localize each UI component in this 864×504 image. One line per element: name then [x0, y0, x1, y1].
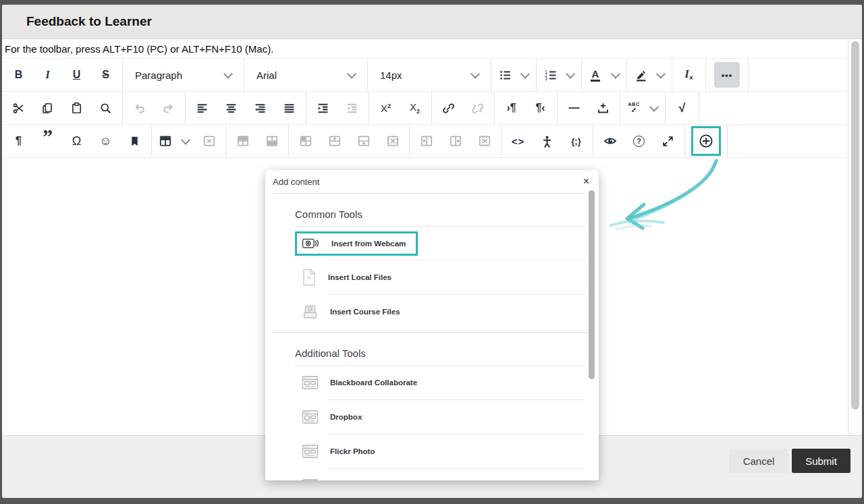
code-sample-button[interactable]: {;} [562, 125, 591, 157]
text-color-menu-button[interactable] [607, 59, 624, 91]
anchor-button[interactable] [120, 125, 149, 157]
dialog-item-insert-course-files[interactable]: Insert Course Files [295, 295, 585, 329]
bold-button[interactable]: B [4, 59, 33, 91]
clear-formatting-button[interactable]: I× [674, 59, 703, 91]
blockquote-button[interactable]: ” [33, 125, 62, 157]
undo-icon [133, 102, 146, 115]
page-scrollbar-track[interactable] [848, 39, 862, 435]
page-scrollbar-thumb[interactable] [851, 41, 859, 410]
indent-button[interactable] [308, 92, 338, 124]
emoticons-button[interactable]: ☺ [91, 125, 120, 157]
dialog-item-slideshare-presentation[interactable]: SlideShare Presentation [295, 469, 585, 480]
font-family-select[interactable]: Arial [246, 59, 365, 91]
show-paragraph-marks-button[interactable]: ¶ [4, 125, 33, 157]
insert-table-menu-button[interactable] [177, 125, 194, 157]
source-code-button[interactable]: <> [504, 125, 533, 157]
page-break-icon [597, 102, 610, 115]
align-left-button[interactable] [188, 92, 217, 124]
paragraph-style-select[interactable]: Paragraph [125, 59, 242, 91]
insert-link-button[interactable] [434, 92, 463, 124]
table-row-properties-button[interactable] [228, 125, 257, 157]
table-cell-properties-button[interactable] [257, 125, 286, 157]
merge-cells-button[interactable] [291, 125, 320, 157]
ltr-icon: ›¶ [506, 102, 516, 114]
cut-button[interactable] [4, 92, 33, 124]
dialog-item-insert-from-webcam[interactable]: Insert from Webcam [295, 231, 418, 256]
table-cell-properties-icon [265, 134, 279, 148]
insert-column-before-button[interactable] [412, 125, 441, 157]
course-files-icon [302, 304, 319, 320]
delete-row-button[interactable] [378, 125, 407, 157]
text-color-button[interactable]: A [584, 59, 607, 91]
ellipsis-icon: ••• [722, 70, 733, 80]
help-button[interactable]: ? [624, 125, 653, 157]
dialog-scrollbar-thumb[interactable] [589, 190, 595, 379]
subscript-button[interactable]: X2 [400, 92, 429, 124]
chevron-down-icon [347, 69, 356, 79]
align-center-button[interactable] [217, 92, 246, 124]
eye-icon [603, 134, 617, 148]
add-content-button[interactable] [691, 126, 721, 156]
right-to-left-button[interactable]: ¶‹ [526, 92, 555, 124]
underline-button[interactable]: U [62, 59, 91, 91]
insert-row-below-button[interactable] [349, 125, 378, 157]
fullscreen-button[interactable] [653, 125, 682, 157]
superscript-button[interactable]: X2 [371, 92, 400, 124]
chevron-down-icon [656, 69, 666, 79]
insert-table-button[interactable] [154, 125, 177, 157]
math-editor-button[interactable]: √ [668, 92, 697, 124]
insert-column-after-button[interactable] [441, 125, 470, 157]
fullscreen-icon [662, 135, 674, 148]
insert-row-above-button[interactable] [320, 125, 349, 157]
bullet-list-button[interactable] [493, 59, 516, 91]
page-break-button[interactable] [589, 92, 618, 124]
dialog-item-flickr-photo[interactable]: Flickr Photo [295, 435, 585, 468]
font-size-value: 14px [380, 69, 402, 81]
cancel-button[interactable]: Cancel [729, 449, 788, 473]
redo-button[interactable] [154, 92, 183, 124]
numbered-list-menu-button[interactable] [562, 59, 579, 91]
find-replace-button[interactable] [91, 92, 120, 124]
superscript-icon: X2 [381, 103, 391, 114]
numbered-list-icon: 123 [544, 69, 557, 82]
close-icon[interactable]: × [583, 176, 589, 187]
accessibility-checker-button[interactable] [533, 125, 562, 157]
strikethrough-button[interactable]: S [91, 59, 120, 91]
dialog-item-insert-local-files[interactable]: Insert Local Files [295, 260, 585, 294]
special-character-button[interactable]: Ω [62, 125, 91, 157]
strikethrough-icon: S [102, 69, 109, 81]
left-to-right-button[interactable]: ›¶ [497, 92, 526, 124]
chevron-down-icon [649, 103, 659, 112]
spellcheck-menu-button[interactable] [645, 92, 663, 124]
toolbar-row-2: X2 X2 ›¶ ¶‹ — [2, 92, 848, 125]
dialog-item-dropbox[interactable]: Dropbox [295, 400, 585, 434]
spellcheck-button[interactable]: ABC✓ [622, 92, 645, 124]
delete-column-button[interactable] [470, 125, 499, 157]
font-size-select[interactable]: 14px [370, 59, 489, 91]
highlight-color-button[interactable] [629, 59, 652, 91]
remove-link-button[interactable] [463, 92, 492, 124]
copy-button[interactable] [33, 92, 62, 124]
outdent-button[interactable] [338, 92, 367, 124]
bullet-list-menu-button[interactable] [516, 59, 534, 91]
title-bar: Feedback to Learner [2, 5, 862, 39]
align-right-button[interactable] [246, 92, 275, 124]
web-app-icon [302, 375, 319, 390]
numbered-list-button[interactable]: 123 [539, 59, 562, 91]
undo-button[interactable] [125, 92, 154, 124]
svg-text:3: 3 [545, 76, 547, 80]
align-justify-button[interactable] [275, 92, 304, 124]
toolbar-row-1: B I U S Paragraph Arial 14px [2, 59, 848, 92]
submit-button[interactable]: Submit [792, 449, 850, 473]
highlight-color-menu-button[interactable] [652, 59, 670, 91]
preview-button[interactable] [595, 125, 624, 157]
horizontal-rule-button[interactable]: — [560, 92, 589, 124]
table-row-properties-icon [236, 134, 250, 148]
dialog-item-blackboard-collaborate[interactable]: Blackboard Collaborate [295, 366, 585, 399]
clear-formatting-icon: I× [684, 67, 693, 82]
more-toolbar-options-button[interactable]: ••• [714, 62, 740, 88]
add-content-plus-icon [697, 132, 715, 150]
italic-button[interactable]: I [33, 59, 62, 91]
paste-button[interactable] [62, 92, 91, 124]
delete-table-button[interactable] [194, 125, 223, 157]
